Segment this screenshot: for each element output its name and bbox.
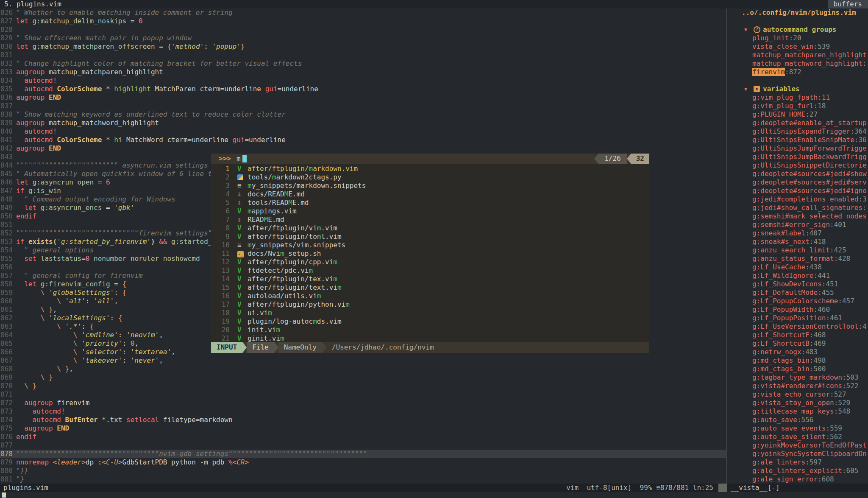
code-line[interactable]: 872 augroup firenvim — [0, 399, 726, 407]
code-line[interactable]: 829" Show offscreen match pair in popup … — [0, 34, 726, 42]
file-result-item[interactable]: 1Vafter/ftplugin/markdown.vim — [211, 165, 649, 173]
file-result-item[interactable]: 12Vafter/ftplugin/cpp.vim — [211, 258, 649, 266]
vista-tag-item[interactable]: g:ale_sign_error:608 — [752, 475, 834, 484]
file-result-item[interactable]: 21Vginit.vim — [211, 334, 649, 343]
vista-tag-item[interactable]: g:yoinkSyncSystemClipboardOn — [752, 450, 867, 458]
file-result-item[interactable]: 10≡my_snippets/vim.snippets — [211, 241, 649, 249]
command-line[interactable] — [0, 492, 868, 498]
vista-tag-item[interactable]: g:Lf_ShowDevIcons:451 — [752, 280, 838, 288]
vista-tag-item[interactable]: g:Lf_DefaultMode:455 — [752, 288, 834, 297]
file-result-item[interactable]: 4⇩docs/README.md — [211, 190, 649, 199]
vista-tag-item[interactable]: g:Lf_WildIgnore:441 — [752, 271, 830, 280]
file-result-item[interactable]: 14Vafter/ftplugin/tex.vim — [211, 275, 649, 283]
file-result-item[interactable]: 15Vafter/ftplugin/text.vim — [211, 283, 649, 292]
file-result-item[interactable]: 20Vinit.vim — [211, 326, 649, 334]
vista-tag-item[interactable]: g:Lf_ShortcutF:468 — [752, 331, 826, 339]
code-line[interactable]: 870 \ } — [0, 382, 726, 390]
code-line[interactable]: 838" Show matching keyword as underlined… — [0, 110, 726, 119]
code-line[interactable]: 867 \ 'takeover': 'never', — [0, 356, 726, 365]
vista-tag-item[interactable]: g:Lf_UseCache:438 — [752, 263, 822, 271]
code-line[interactable]: 868 \ }, — [0, 365, 726, 373]
vista-tag-item[interactable]: g:jedi#show_call_signatures: — [752, 204, 867, 212]
vista-tag-item[interactable]: g:UltiSnipsExpandTrigger:364 — [752, 127, 867, 136]
vista-tag-item[interactable]: g:UltiSnipsSnippetDirectorie — [752, 161, 867, 170]
vista-tag-item[interactable]: g:deoplete#enable_at_startup — [752, 119, 867, 127]
file-result-item[interactable]: 8Vafter/ftplugin/vim.vim — [211, 224, 649, 232]
file-result-item[interactable]: 11›_docs/Nvim_setup.sh — [211, 249, 649, 258]
vista-tag-item[interactable]: g:anzu_status_format:428 — [752, 255, 850, 263]
code-line[interactable]: 828 — [0, 25, 726, 34]
vista-tag-item[interactable]: g:md_ctags_bin:500 — [752, 365, 826, 373]
code-line[interactable]: 840 autocmd! — [0, 127, 726, 136]
code-line[interactable]: 831 — [0, 51, 726, 59]
file-result-item[interactable]: 3≡my_snippets/markdown.snippets — [211, 182, 649, 190]
code-line[interactable]: 836augroup END — [0, 93, 726, 102]
vista-tag-item[interactable]: vista_close_win:539 — [752, 42, 830, 51]
code-line[interactable]: 842augroup END — [0, 144, 726, 153]
vista-tag-item[interactable]: matchup_matchword_highlight: — [752, 59, 867, 68]
vista-tag-item[interactable]: g:Lf_ShortcutB:469 — [752, 339, 826, 348]
fuzzy-finder-input-row[interactable]: >>> m 1/26 32 — [211, 154, 649, 164]
tab-current-buffer[interactable]: 5. plugins.vim — [4, 0, 61, 8]
vista-tag-item[interactable]: g:vim_plug_furl:18 — [752, 102, 826, 110]
code-line[interactable]: 833augroup matchup_matchparen_highlight — [0, 68, 726, 76]
vista-tag-item[interactable]: g:md_ctags_bin:498 — [752, 356, 826, 365]
vista-tag-item[interactable]: g:PLUGIN_HOME:27 — [752, 110, 818, 119]
vista-tag-item[interactable]: g:Lf_PopupColorscheme:457 — [752, 297, 854, 305]
vista-tag-item[interactable]: matchup_matchparen_highlight — [752, 51, 867, 59]
file-result-item[interactable]: 2tools/markdown2ctags.py — [211, 173, 649, 182]
code-line[interactable]: 837 — [0, 102, 726, 110]
vista-tag-item[interactable]: g:vista_stay_on_open:529 — [752, 399, 850, 407]
vista-tag-item[interactable]: g:sneak#s_next:418 — [752, 238, 826, 246]
vista-tag-item[interactable]: g:ale_linters_explicit:605 — [752, 467, 858, 475]
vista-tag-item[interactable]: g:auto_save_silent:562 — [752, 433, 842, 441]
vista-tag-item[interactable]: g:ale_linters:597 — [752, 458, 822, 467]
code-line[interactable]: 832" Change highlight color of matching … — [0, 59, 726, 68]
code-line[interactable]: 827let g:matchup_delim_noskips = 0 — [0, 17, 726, 25]
vista-tag-item[interactable]: g:vim_plug_fpath:11 — [752, 93, 830, 102]
code-line[interactable]: 874 autocmd BufEnter *.txt setlocal file… — [0, 416, 726, 424]
code-line[interactable]: 869 \ } — [0, 373, 726, 382]
vista-tag-item[interactable]: g:semshi#mark_selected_nodes — [752, 212, 867, 221]
code-line[interactable]: 841 autocmd ColorScheme * hi MatchWord c… — [0, 136, 726, 144]
file-result-item[interactable]: 16Vautoload/utils.vim — [211, 292, 649, 300]
sidebar-section-header[interactable]: ▼xvariables — [727, 85, 868, 93]
code-line[interactable]: 877 — [0, 441, 726, 450]
code-line[interactable]: 871 — [0, 390, 726, 399]
vista-tag-item[interactable]: g:tagbar_type_markdown:503 — [752, 373, 858, 382]
vista-tag-item[interactable]: g:sneak#label:407 — [752, 229, 822, 238]
vista-tag-item[interactable]: g:Lf_UseVersionControlTool:4 — [752, 322, 867, 331]
code-line[interactable]: 881"} — [0, 475, 726, 484]
chevron-down-icon[interactable]: ▼ — [744, 85, 747, 93]
code-line[interactable]: 873 autocmd! — [0, 407, 726, 416]
file-result-item[interactable]: 13Vftdetect/pdc.vim — [211, 266, 649, 275]
code-line[interactable]: 880"}} — [0, 467, 726, 475]
vista-tag-item[interactable]: g:semshi#error_sign:401 — [752, 221, 846, 229]
code-line[interactable]: 875 augroup END — [0, 424, 726, 433]
code-line[interactable]: 879nnoremap <leader>dp :<C-U>GdbStartPDB… — [0, 458, 726, 467]
file-result-item[interactable]: 9Vafter/ftplugin/toml.vim — [211, 232, 649, 241]
vista-tag-item[interactable]: g:yoinkMoveCursorToEndOfPast — [752, 441, 867, 450]
vista-tag-item[interactable]: g:anzu_search_limit:425 — [752, 246, 846, 255]
window-separator[interactable] — [726, 8, 727, 484]
file-result-item[interactable]: 7⇩README.md — [211, 215, 649, 224]
vista-tag-item[interactable]: g:vista_echo_cursor:527 — [752, 390, 846, 399]
vista-tag-item[interactable]: g:auto_save:556 — [752, 416, 814, 424]
code-line[interactable]: 835 autocmd ColorScheme * highlight Matc… — [0, 85, 726, 93]
vista-tag-item[interactable]: g:deoplete#sources#jedi#show — [752, 170, 867, 178]
vista-tag-item[interactable]: g:Lf_PopupWidth:460 — [752, 305, 830, 314]
chevron-down-icon[interactable]: ▼ — [744, 25, 747, 34]
vista-tag-item[interactable]: g:Lf_PopupPosition:461 — [752, 314, 842, 322]
vista-tag-item[interactable]: g:auto_save_events:559 — [752, 424, 842, 433]
file-result-item[interactable]: 5⇩tools/README.md — [211, 199, 649, 207]
vista-tag-item[interactable]: firenvim:872 — [752, 68, 801, 76]
code-line[interactable]: 878"""""""""""""""""""""""""""""""""""nv… — [0, 450, 726, 458]
file-result-item[interactable]: 17Vafter/ftplugin/python.vim — [211, 300, 649, 309]
vista-tag-item[interactable]: g:deoplete#sources#jedi#igno — [752, 187, 867, 195]
vista-tag-item[interactable]: g:UltiSnipsJumpBackwardTrigg — [752, 153, 867, 161]
vista-tag-item[interactable]: plug_init:20 — [752, 34, 801, 42]
vista-tag-item[interactable]: g:UltiSnipsEnableSnipMate:36 — [752, 136, 867, 144]
code-line[interactable]: 830let g:matchup_matchparen_offscreen = … — [0, 42, 726, 51]
vista-tag-item[interactable]: g:deoplete#sources#jedi#serv — [752, 178, 867, 187]
code-line[interactable]: 839augroup matchup_matchword_highlight — [0, 119, 726, 127]
